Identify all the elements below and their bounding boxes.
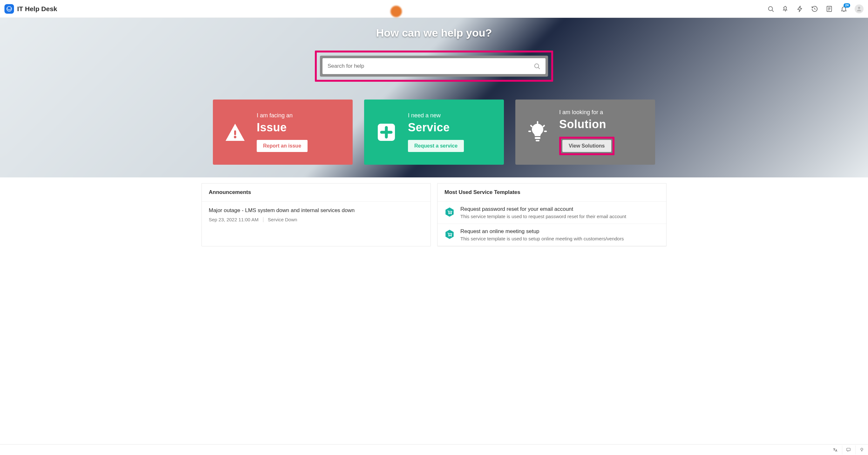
warning-icon — [222, 119, 248, 145]
svg-point-14 — [448, 236, 449, 236]
card-service-lead: I need a new — [408, 112, 464, 119]
search-highlight-box — [315, 51, 553, 82]
hero: How can we help you? I am facing an Issu… — [0, 18, 868, 177]
cart-icon — [444, 229, 455, 239]
svg-rect-9 — [536, 140, 539, 142]
bolt-icon[interactable] — [796, 5, 804, 13]
template-title: Request an online meeting setup — [460, 228, 624, 235]
search-submit-icon[interactable] — [533, 63, 540, 69]
lightbulb-icon — [525, 119, 550, 145]
svg-rect-8 — [535, 137, 540, 139]
announcements-heading: Announcements — [202, 183, 431, 202]
topbar: IT Help Desk 24 — [0, 0, 868, 18]
svg-point-12 — [451, 214, 452, 214]
announcement-item[interactable]: Major outage - LMS system down and inter… — [202, 202, 431, 228]
template-title: Request password reset for your email ac… — [460, 206, 626, 212]
history-icon[interactable] — [811, 5, 818, 13]
topbar-actions: 24 — [767, 4, 864, 13]
plus-icon — [374, 119, 399, 145]
notification-badge: 24 — [843, 3, 850, 8]
svg-point-1 — [769, 6, 773, 10]
card-issue: I am facing an Issue Report an issue — [213, 99, 353, 165]
brand: IT Help Desk — [4, 4, 57, 14]
card-issue-lead: I am facing an — [257, 112, 308, 119]
svg-point-5 — [234, 136, 237, 138]
solution-highlight-box: View Solutions — [559, 137, 615, 155]
svg-point-4 — [535, 64, 539, 68]
svg-marker-13 — [445, 230, 454, 239]
template-item[interactable]: Request password reset for your email ac… — [437, 202, 666, 224]
request-service-button[interactable]: Request a service — [408, 140, 464, 152]
card-solution-big: Solution — [559, 118, 615, 131]
announcement-meta: Sep 23, 2022 11:00 AM Service Down — [209, 217, 424, 222]
svg-marker-10 — [445, 208, 454, 217]
announcement-date: Sep 23, 2022 11:00 AM — [209, 217, 259, 222]
bell-icon[interactable]: 24 — [840, 5, 848, 13]
templates-heading: Most Used Service Templates — [437, 183, 666, 202]
content-panels: Announcements Major outage - LMS system … — [196, 177, 672, 252]
note-icon[interactable] — [826, 5, 833, 13]
card-issue-big: Issue — [257, 121, 308, 134]
card-solution-lead: I am looking for a — [559, 109, 615, 116]
action-cards: I am facing an Issue Report an issue I n… — [209, 99, 659, 165]
cart-icon — [444, 207, 455, 217]
announcements-panel: Announcements Major outage - LMS system … — [202, 183, 431, 247]
template-desc: This service template is used to setup o… — [460, 236, 624, 241]
report-issue-button[interactable]: Report an issue — [257, 140, 308, 152]
brand-icon — [4, 4, 14, 14]
svg-point-15 — [451, 236, 452, 236]
svg-point-3 — [858, 7, 860, 9]
view-solutions-button[interactable]: View Solutions — [562, 140, 611, 152]
templates-panel: Most Used Service Templates Request pass… — [437, 183, 666, 247]
card-service-big: Service — [408, 121, 464, 134]
app-title: IT Help Desk — [17, 5, 57, 13]
search-shell — [320, 56, 548, 77]
card-solution: I am looking for a Solution View Solutio… — [515, 99, 655, 165]
svg-point-11 — [448, 214, 449, 214]
announcement-status: Service Down — [268, 217, 298, 222]
announcement-title: Major outage - LMS system down and inter… — [209, 207, 424, 214]
search-box[interactable] — [322, 58, 546, 74]
template-desc: This service template is used to request… — [460, 214, 626, 219]
hero-title: How can we help you? — [209, 27, 659, 39]
separator — [263, 217, 264, 222]
template-item[interactable]: Request an online meeting setup This ser… — [437, 224, 666, 246]
avatar[interactable] — [855, 4, 864, 13]
card-service: I need a new Service Request a service — [364, 99, 504, 165]
search-input[interactable] — [328, 63, 533, 69]
pin-icon[interactable] — [782, 5, 789, 13]
search-icon[interactable] — [767, 5, 775, 13]
svg-rect-6 — [234, 131, 236, 135]
